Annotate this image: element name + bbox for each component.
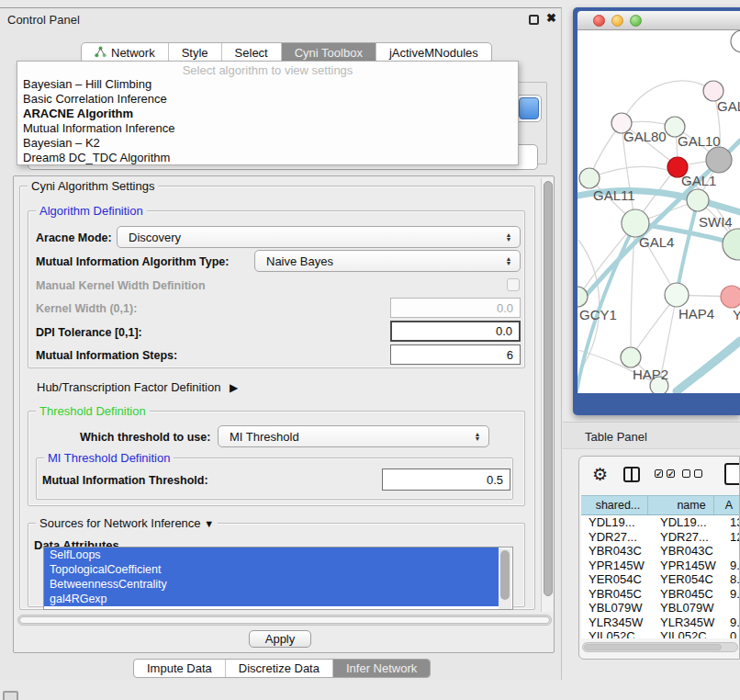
float-window-icon[interactable]: [529, 15, 539, 25]
dropdown-placeholder: Select algorithm to view settings: [17, 63, 518, 77]
combobox-arrows-icon: ▲▼: [498, 232, 520, 242]
table-panel-header: Table Panel: [563, 422, 740, 449]
kernel-width-input[interactable]: 0.0: [390, 298, 521, 318]
mi-threshold-input[interactable]: 0.5: [382, 469, 510, 491]
dropdown-item-aracne[interactable]: ARACNE Algorithm: [23, 107, 133, 121]
node-label: GAL: [717, 98, 740, 114]
dropdown-item[interactable]: Dream8 DC_TDC Algorithm: [23, 151, 170, 165]
table-row[interactable]: YBR043CYBR043C: [581, 544, 740, 559]
tab-network[interactable]: Network: [82, 43, 169, 62]
dropdown-item[interactable]: Mutual Information Inference: [23, 121, 174, 136]
deselect-all-checkbox-icon[interactable]: [694, 469, 702, 478]
settings-vscroll-thumb[interactable]: [544, 181, 553, 596]
settings-vertical-scrollbar[interactable]: [541, 178, 554, 612]
table-panel-window: ⚙ ✓ ✓ shared... name A YDL19...YDL19...1…: [578, 456, 740, 660]
select-all-checkbox-icon[interactable]: ✓: [655, 469, 663, 478]
column-header-name[interactable]: name: [648, 496, 713, 514]
node-label: GAL4: [639, 234, 674, 250]
network-node-gal4[interactable]: [622, 209, 649, 237]
list-item[interactable]: BetweennessCentrality: [44, 577, 499, 592]
list-scrollbar-thumb[interactable]: [500, 550, 510, 600]
list-item[interactable]: SelfLoops: [44, 548, 499, 562]
zoom-traffic-light[interactable]: [630, 15, 642, 27]
network-window-titlebar[interactable]: [577, 11, 740, 30]
network-nodes[interactable]: [577, 30, 740, 393]
network-node[interactable]: [731, 30, 740, 52]
mi-type-label: Mutual Information Algorithm Type:: [36, 255, 229, 268]
dropdown-item[interactable]: Bayesian – K2: [23, 136, 100, 151]
mi-type-combobox[interactable]: Naive Bayes ▲▼: [254, 250, 521, 272]
screen: Control Panel ✖ Network Style Select Cyn…: [0, 0, 740, 700]
manual-kernel-label: Manual Kernel Width Definition: [36, 279, 206, 292]
table-panel-title: Table Panel: [585, 430, 647, 444]
network-node-gal11[interactable]: [579, 168, 600, 188]
apply-button[interactable]: Apply: [249, 630, 311, 648]
dropdown-item[interactable]: Bayesian – Hill Climbing: [23, 77, 151, 92]
close-icon[interactable]: ✖: [546, 11, 556, 25]
node-label: GAL11: [593, 187, 635, 203]
network-node-gcy1[interactable]: [577, 287, 588, 307]
hub-section-toggle[interactable]: Hub/Transcription Factor Definition ▶: [37, 380, 238, 394]
data-attributes-list[interactable]: SelfLoops TopologicalCoefficient Between…: [43, 547, 513, 610]
group-title: Cyni Algorithm Settings: [28, 179, 158, 193]
tab-discretize-data[interactable]: Discretize Data: [226, 660, 333, 677]
combobox-spinner-focused[interactable]: [519, 97, 539, 119]
sources-toggle[interactable]: Sources for Network Inference ▼: [36, 516, 218, 530]
aracne-mode-combobox[interactable]: Discovery ▲▼: [117, 226, 521, 248]
tab-cyni-toolbox[interactable]: Cyni Toolbox: [282, 43, 376, 62]
network-node[interactable]: [723, 229, 740, 260]
table-row[interactable]: YBR045CYBR045C9.: [581, 587, 740, 602]
settings-horizontal-scrollbar[interactable]: [17, 615, 552, 626]
network-node-pink[interactable]: [721, 286, 740, 308]
deselect-all-checkbox-icon[interactable]: [682, 469, 690, 478]
table-row[interactable]: YDL19...YDL19...13: [581, 515, 740, 530]
tab-style[interactable]: Style: [169, 43, 222, 62]
which-threshold-combobox[interactable]: MI Threshold ▲▼: [218, 425, 489, 447]
column-header-partial[interactable]: A: [714, 496, 740, 514]
group-title: Algorithm Definition: [36, 204, 147, 218]
settings-hscroll-thumb[interactable]: [19, 616, 550, 624]
mi-steps-input[interactable]: 6: [390, 344, 521, 365]
node-label: SWI4: [699, 214, 733, 230]
network-canvas[interactable]: GAL GAL80 GAL10 GAL1 GAL11 SWI4 GAL4 GCY…: [577, 30, 740, 393]
mi-threshold-definition-group: MI Threshold Definition Mutual Informati…: [36, 457, 513, 500]
table-horizontal-scrollbar[interactable]: [582, 642, 738, 652]
group-title: MI Threshold Definition: [44, 451, 174, 465]
tab-select[interactable]: Select: [222, 43, 282, 62]
column-header-shared-name[interactable]: shared...: [581, 496, 648, 514]
table-row[interactable]: YIL052CYIL052C0.: [581, 629, 740, 638]
combobox-arrows-icon: ▲▼: [498, 256, 520, 265]
network-node-hap2[interactable]: [621, 347, 641, 367]
tab-impute-data[interactable]: Impute Data: [134, 660, 226, 677]
select-all-checkbox-icon[interactable]: ✓: [667, 469, 675, 478]
new-table-icon[interactable]: [724, 463, 740, 485]
network-node-hap4[interactable]: [665, 283, 689, 307]
table-row[interactable]: YDR27...YDR27...12: [581, 530, 740, 545]
tab-jactivemnodules[interactable]: jActiveMNodules: [376, 43, 491, 62]
table-row[interactable]: YLR345WYLR345W9.: [581, 615, 740, 630]
list-item[interactable]: TopologicalCoefficient: [44, 562, 499, 577]
dpi-tolerance-input[interactable]: 0.0: [390, 321, 521, 342]
manual-kernel-checkbox[interactable]: [507, 278, 520, 291]
dropdown-item[interactable]: Basic Correlation Inference: [23, 92, 167, 107]
bottom-left-partial-button[interactable]: [3, 691, 18, 700]
network-node-gray[interactable]: [706, 147, 732, 173]
list-item[interactable]: gal4RGexp: [44, 592, 499, 606]
table-row[interactable]: YPR145WYPR145W9.: [581, 559, 740, 573]
tab-label: Network: [111, 46, 155, 60]
combobox-arrows-icon: ▲▼: [466, 432, 488, 441]
table-row[interactable]: YER054CYER054C8.: [581, 572, 740, 587]
list-scrollbar[interactable]: [499, 548, 511, 610]
network-node[interactable]: [687, 189, 709, 211]
network-icon: [95, 46, 107, 61]
columns-icon[interactable]: [623, 467, 640, 482]
table-row[interactable]: YBL079WYBL079W: [581, 601, 740, 615]
gear-icon[interactable]: ⚙: [592, 464, 608, 485]
table-hscroll-thumb[interactable]: [584, 644, 722, 650]
table-toolbar: ⚙ ✓ ✓: [579, 457, 739, 495]
minimize-traffic-light[interactable]: [611, 15, 623, 27]
kernel-width-label: Kernel Width (0,1):: [36, 302, 137, 315]
node-label: GAL10: [678, 133, 721, 149]
tab-infer-network[interactable]: Infer Network: [333, 660, 430, 677]
close-traffic-light[interactable]: [593, 15, 605, 27]
